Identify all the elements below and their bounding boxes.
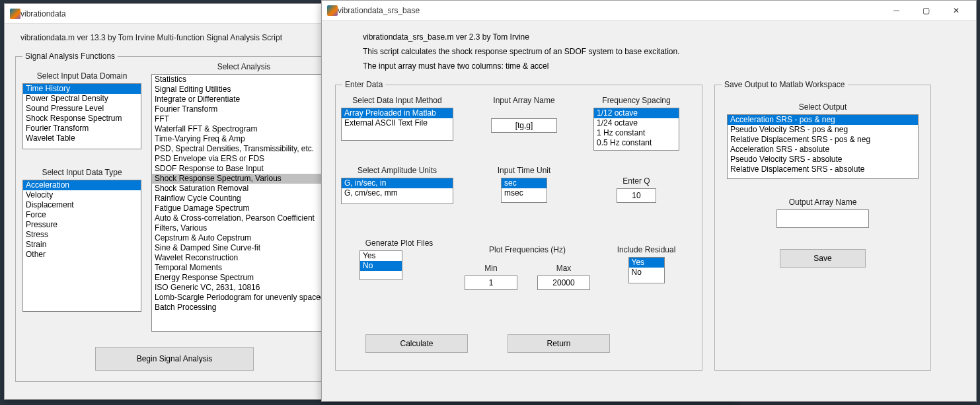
min-field[interactable] (465, 276, 517, 290)
list-item[interactable]: Velocity (23, 190, 141, 200)
list-item[interactable]: Waterfall FFT & Spectrogram (152, 124, 336, 134)
list-item[interactable]: Shock Saturation Removal (152, 184, 336, 194)
list-item[interactable]: Pseudo Velocity SRS - absolute (728, 155, 918, 165)
freq-listbox[interactable]: 1/12 octave1/24 octave1 Hz constant0.5 H… (593, 108, 679, 151)
list-item[interactable]: Stress (23, 230, 141, 240)
list-item[interactable]: Wavelet Table (23, 133, 141, 143)
domain-listbox[interactable]: Time HistoryPower Spectral DensitySound … (22, 83, 141, 149)
list-item[interactable]: Time-Varying Freq & Amp (152, 134, 336, 144)
app-icon (10, 9, 20, 19)
list-item[interactable]: No (629, 268, 664, 277)
input-array-label: Input Array Name (493, 96, 554, 105)
list-item[interactable]: PSD Envelope via ERS or FDS (152, 154, 336, 164)
list-item[interactable]: Filters, Various (152, 223, 336, 233)
list-item[interactable]: Pseudo Velocity SRS - pos & neg (728, 125, 918, 135)
list-item[interactable]: Acceleration (23, 180, 141, 190)
list-item[interactable]: G, cm/sec, mm (342, 188, 453, 198)
list-item[interactable]: Force (23, 210, 141, 220)
list-item[interactable]: Displacement (23, 200, 141, 210)
min-label: Min (484, 264, 497, 273)
list-item[interactable]: 1/24 octave (594, 118, 679, 128)
list-item[interactable]: Fourier Transform (23, 124, 141, 133)
list-item[interactable]: sec (502, 178, 547, 188)
close-button[interactable]: ✕ (941, 1, 971, 20)
list-item[interactable]: msec (502, 188, 547, 198)
input-array-field[interactable] (491, 118, 557, 133)
list-item[interactable]: Array Preloaded in Matlab (342, 108, 453, 118)
list-item[interactable]: Batch Processing (152, 303, 336, 313)
method-label: Select Data Input Method (352, 96, 441, 105)
method-listbox[interactable]: Array Preloaded in MatlabExternal ASCII … (341, 108, 453, 141)
list-item[interactable]: SDOF Response to Base Input (152, 164, 336, 174)
list-item[interactable]: Shock Response Spectrum (23, 114, 141, 124)
list-item[interactable]: Shock Response Spectrum, Various (152, 174, 336, 184)
analysis-listbox[interactable]: StatisticsSignal Editing UtilitiesIntegr… (151, 74, 336, 332)
srs-header3: The input array must have two columns: t… (363, 61, 963, 71)
list-item[interactable]: Yes (629, 258, 664, 268)
list-item[interactable]: Time History (23, 84, 141, 94)
list-item[interactable]: Relative Displacement SRS - pos & neg (728, 135, 918, 145)
list-item[interactable]: Yes (360, 251, 402, 261)
list-item[interactable]: 0.5 Hz constant (594, 138, 679, 148)
begin-button[interactable]: Begin Signal Analysis (95, 347, 254, 371)
type-listbox[interactable]: AccelerationVelocityDisplacementForcePre… (22, 180, 141, 312)
list-item[interactable]: Acceleration SRS - absolute (728, 145, 918, 155)
list-item[interactable]: No (360, 261, 402, 271)
q-field[interactable] (617, 188, 656, 203)
list-item[interactable]: 1 Hz constant (594, 128, 679, 138)
list-item[interactable]: Acceleration SRS - pos & neg (728, 115, 918, 125)
list-item[interactable]: ISO Generic VC, 2631, 10816 (152, 283, 336, 293)
list-item[interactable]: Other (23, 250, 141, 260)
titlebar-srs[interactable]: vibrationdata_srs_base ─ ▢ ✕ (322, 1, 976, 20)
gen-listbox[interactable]: YesNo (359, 250, 402, 280)
q-label: Enter Q (622, 176, 650, 186)
app-icon (327, 5, 338, 16)
outname-label: Output Array Name (789, 198, 857, 207)
list-item[interactable]: Auto & Cross-correlation, Pearson Coeffi… (152, 213, 336, 223)
domain-label: Select Input Data Domain (22, 71, 141, 81)
list-item[interactable]: Power Spectral Density (23, 94, 141, 104)
list-item[interactable]: Energy Response Spectrum (152, 273, 336, 283)
output-label: Select Output (799, 102, 847, 112)
list-item[interactable]: PSD, Spectral Densities, Transmissibilit… (152, 144, 336, 154)
list-item[interactable]: Cepstrum & Auto Cepstrum (152, 233, 336, 243)
enter-data-legend: Enter Data (342, 80, 385, 89)
save-output-legend: Save Output to Matlab Workspace (722, 80, 848, 89)
list-item[interactable]: Signal Editing Utilities (152, 85, 336, 94)
list-item[interactable]: External ASCII Text File (342, 118, 453, 128)
list-item[interactable]: Integrate or Differentiate (152, 94, 336, 104)
list-item[interactable]: Lomb-Scargle Periodogram for unevenly sp… (152, 293, 336, 303)
resid-listbox[interactable]: YesNo (628, 257, 665, 283)
list-item[interactable]: Statistics (152, 75, 336, 85)
srs-header1: vibrationdata_srs_base.m ver 2.3 by Tom … (363, 32, 963, 42)
window-title: vibrationdata_srs_base (338, 6, 882, 15)
list-item[interactable]: Pressure (23, 220, 141, 230)
output-listbox[interactable]: Acceleration SRS - pos & negPseudo Veloc… (727, 114, 919, 179)
list-item[interactable]: Sound Pressure Level (23, 104, 141, 114)
srs-header2: This script calculates the shock respons… (363, 47, 963, 56)
list-item[interactable]: Relative Displacement SRS - absolute (728, 165, 918, 174)
list-item[interactable]: G, in/sec, in (342, 178, 453, 188)
list-item[interactable]: Fourier Transform (152, 104, 336, 114)
return-button[interactable]: Return (508, 334, 610, 353)
calculate-button[interactable]: Calculate (365, 334, 468, 353)
maximize-button[interactable]: ▢ (911, 1, 941, 20)
outname-field[interactable] (776, 209, 869, 228)
list-item[interactable]: Wavelet Reconstruction (152, 253, 336, 263)
srs-window: vibrationdata_srs_base ─ ▢ ✕ vibrationda… (321, 0, 977, 402)
list-item[interactable]: FFT (152, 114, 336, 124)
group-legend: Signal Analysis Functions (22, 52, 118, 61)
list-item[interactable]: Sine & Damped Sine Curve-fit (152, 243, 336, 253)
list-item[interactable]: 1/12 octave (594, 108, 679, 118)
list-item[interactable]: Strain (23, 240, 141, 250)
max-field[interactable] (537, 276, 590, 290)
minimize-button[interactable]: ─ (882, 1, 911, 20)
amp-label: Select Amplitude Units (358, 166, 437, 175)
amp-listbox[interactable]: G, in/sec, inG, cm/sec, mm (341, 178, 453, 204)
list-item[interactable]: Rainflow Cycle Counting (152, 194, 336, 203)
list-item[interactable]: Fatigue Damage Spectrum (152, 203, 336, 213)
save-button[interactable]: Save (780, 249, 866, 268)
list-item[interactable]: Temporal Moments (152, 263, 336, 273)
freq-label: Frequency Spacing (602, 96, 670, 105)
time-listbox[interactable]: secmsec (501, 178, 547, 203)
